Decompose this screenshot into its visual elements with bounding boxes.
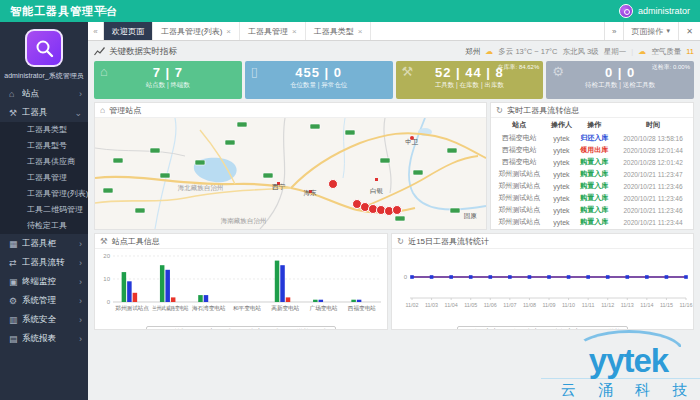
chevron-icon: › <box>79 258 82 268</box>
legend-swatch <box>241 329 247 330</box>
bank-icon: ⌂ <box>100 105 105 115</box>
sidebar-subitem[interactable]: 待检定工具 <box>0 218 88 234</box>
sidebar-item-flow[interactable]: ⇄工器具流转› <box>0 253 88 272</box>
tools-icon: ⚒ <box>9 108 22 118</box>
close-tab-icon[interactable]: × <box>292 27 297 36</box>
tab-label: 工器具管理(列表) <box>161 26 222 37</box>
sidebar-subitem[interactable]: 工器具型号 <box>0 138 88 154</box>
tab-label: 工器具类型 <box>314 26 354 37</box>
cloud-icon: ☁ <box>485 47 493 56</box>
tab[interactable]: 工器具类型× <box>306 22 372 40</box>
sidebar-item-tools[interactable]: ⚒工器具⌄ <box>0 103 88 122</box>
close-tab-icon[interactable]: × <box>226 27 231 36</box>
refresh-icon[interactable]: ↻ <box>496 105 503 115</box>
bar-在库工具数 <box>165 270 170 302</box>
table-row[interactable]: 西福变电站yytek归还入库2020/10/28 13:58:16 <box>491 132 693 144</box>
tab-bar: « 欢迎页面工器具管理(列表)×工器具管理×工器具类型× » 页面操作 ▼ ✕ <box>88 22 700 41</box>
bar-工具总数 <box>160 265 165 302</box>
bar-工具总数 <box>313 300 318 302</box>
bar-工具总数 <box>198 295 203 302</box>
tab[interactable]: 欢迎页面 <box>104 22 153 40</box>
sidebar-item-label: 工器具柜 <box>22 238 79 250</box>
flow-cell-op: 购置入库 <box>575 168 613 180</box>
sidebar-subitem[interactable]: 工器具管理(列表) <box>0 186 88 202</box>
profile-avatar[interactable] <box>25 29 63 67</box>
tab-label: 工器具管理 <box>248 26 288 37</box>
sidebar-item-report[interactable]: ▤系统报表› <box>0 329 88 348</box>
trend-line-icon <box>94 47 105 56</box>
map-panel-title: 管理站点 <box>109 105 141 116</box>
table-row[interactable]: 郑州测试站点yytek购置入库2020/10/21 11:23:44 <box>491 216 693 228</box>
sidebar-item-cabinet[interactable]: ▦工器具柜› <box>0 234 88 253</box>
sidebar-item-system[interactable]: ⚙系统管理› <box>0 291 88 310</box>
flow-cell-time: 2020/10/21 11:23:47 <box>613 168 693 180</box>
stat-cards-row: ⌂7 | 7站点数 | 终端数▯455 | 0仓位数量 | 异常仓位⚒在库率: … <box>94 61 694 99</box>
sidebar-item-terminal[interactable]: ▣终端监控› <box>0 272 88 291</box>
tabs-collapse-button[interactable]: « <box>88 22 104 40</box>
tab[interactable]: 工器具管理(列表)× <box>153 22 240 40</box>
refresh-icon[interactable]: ↻ <box>397 236 404 246</box>
stat-value: 7 | 7 <box>94 65 242 80</box>
flow-cell-user: yytek <box>547 192 575 204</box>
user-name[interactable]: administrator <box>638 6 690 16</box>
flow-cell-user: yytek <box>547 144 575 156</box>
sidebar-subitem[interactable]: 工器具供应商 <box>0 154 88 170</box>
bar-工具总数 <box>351 300 356 302</box>
svg-text:11/12: 11/12 <box>601 302 614 308</box>
table-row[interactable]: 西福变电站yytek领用出库2020/10/28 12:01:44 <box>491 144 693 156</box>
flow-cell-op: 购置入库 <box>575 204 613 216</box>
shield-icon: ▥ <box>9 315 22 325</box>
flow-panel-title: 实时工器具流转信息 <box>507 105 579 116</box>
tab[interactable]: 工器具管理× <box>240 22 306 40</box>
user-avatar[interactable] <box>619 4 633 18</box>
table-row[interactable]: 郑州测试站点yytek购置入库2020/10/21 11:23:46 <box>491 204 693 216</box>
legend-item: 工具总数 <box>153 328 187 330</box>
stat-label: 仓位数量 | 异常仓位 <box>245 81 393 90</box>
menu-toggle-icon[interactable]: ≡ <box>100 4 107 18</box>
map-graphic <box>95 118 486 229</box>
bar-工具总数 <box>122 272 127 302</box>
svg-text:11/08: 11/08 <box>523 302 536 308</box>
table-row[interactable]: 西福变电站yytek购置入库2020/10/28 12:01:42 <box>491 156 693 168</box>
table-row[interactable]: 郑州测试站点yytek购置入库2020/10/21 11:23:46 <box>491 180 693 192</box>
flow-cell-op: 领用出库 <box>575 144 613 156</box>
bar-chart: 01020郑州测试站点兰州武威路变电站海石湾变电站和平变电站高新变电站广场变电站… <box>97 250 385 316</box>
sidebar-item-label: 系统管理 <box>22 295 79 307</box>
table-row[interactable]: 郑州测试站点yytek购置入库2020/10/21 11:23:47 <box>491 168 693 180</box>
weather-air-label: 空气质量 <box>651 47 681 57</box>
app-title: 智能工器具管理平台 <box>0 4 86 19</box>
flow-column-header: 时间 <box>613 118 693 132</box>
map-canvas[interactable]: 海北藏族自治州海南藏族自治州西宁海东白银中卫固原 <box>95 118 486 229</box>
svg-text:0: 0 <box>107 299 111 305</box>
flow-cell-site: 郑州测试站点 <box>491 168 547 180</box>
rate-badge: 送检率: 0.00% <box>652 63 690 72</box>
tabs-expand-button[interactable]: » <box>604 22 623 40</box>
sidebar-subitem[interactable]: 工器具管理 <box>0 170 88 186</box>
sidebar-item-security[interactable]: ▥系统安全› <box>0 310 88 329</box>
kpi-bar: 关键数据实时指标 郑州 ☁ 多云 13°C ~ 17°C 东北风 3级 星期一 … <box>94 44 694 59</box>
sidebar-subitem[interactable]: 工具二维码管理 <box>0 202 88 218</box>
svg-text:广场变电站: 广场变电站 <box>310 305 338 312</box>
bar-chart-legend: 工具总数在库工具数出库工具数送检工具数 <box>146 326 337 330</box>
tablet-icon: ▯ <box>251 64 258 79</box>
map-label: 海东 <box>304 189 317 198</box>
table-row[interactable]: 郑州测试站点yytek购置入库2020/10/21 11:23:46 <box>491 192 693 204</box>
flow-cell-time: 2020/10/28 13:58:16 <box>613 132 693 144</box>
flow-cell-time: 2020/10/21 11:23:44 <box>613 216 693 228</box>
flow-cell-op: 归还入库 <box>575 132 613 144</box>
svg-text:11/04: 11/04 <box>445 302 458 308</box>
close-tab-icon[interactable]: × <box>358 27 363 36</box>
tab-list: 欢迎页面工器具管理(列表)×工器具管理×工器具类型× <box>104 22 371 40</box>
weather-wind: 东北风 3级 <box>562 47 598 57</box>
svg-text:11/09: 11/09 <box>542 302 555 308</box>
close-all-tabs-button[interactable]: ✕ <box>678 22 700 40</box>
line-chart: 011/0211/0311/0411/0511/0611/0711/0811/0… <box>394 250 694 316</box>
bar-在库工具数 <box>204 295 209 302</box>
page-operations-dropdown[interactable]: 页面操作 ▼ <box>623 22 678 40</box>
bar-在库工具数 <box>127 281 132 302</box>
sidebar-item-site[interactable]: ⌂站点› <box>0 84 88 103</box>
flow-cell-site: 郑州测试站点 <box>491 180 547 192</box>
flow-cell-op: 购置入库 <box>575 216 613 228</box>
sidebar-subitem[interactable]: 工器具类型 <box>0 122 88 138</box>
svg-text:11/13: 11/13 <box>621 302 634 308</box>
